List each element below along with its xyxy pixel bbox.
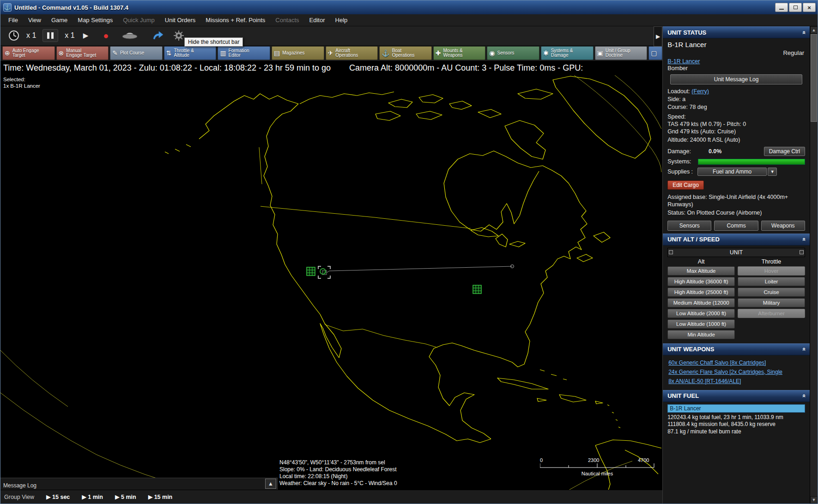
saucer-button[interactable] — [121, 31, 138, 40]
high-altitude-25000-button[interactable]: High Altitude (25000 ft) — [667, 288, 735, 297]
map-canvas[interactable] — [0, 75, 662, 490]
collapse-sidebar-button[interactable]: ▶ — [654, 26, 662, 47]
fuel-burn-line: 87.1 kg / minute fuel burn rate — [667, 428, 805, 436]
run-button[interactable]: ▶ — [81, 31, 89, 40]
scrollbar-thumb[interactable] — [811, 34, 817, 122]
menu-editor[interactable]: Editor — [304, 15, 330, 25]
low-altitude-2000-button[interactable]: Low Altitude (2000 ft) — [667, 309, 735, 318]
shortcut-aircraft-operations[interactable]: ✈Aircraft Operations — [326, 46, 378, 60]
menu-game[interactable]: Game — [46, 15, 73, 25]
unit-status-header[interactable]: UNIT STATUS « — [663, 26, 810, 38]
unit-group-doctrine-icon: ▣ — [597, 49, 603, 57]
maximize-icon — [794, 6, 798, 9]
min-altitude-button[interactable]: Min Altitude — [667, 330, 735, 339]
time-step-1min-button[interactable]: ▶1 min — [82, 493, 103, 500]
message-log-bar[interactable]: Message Log ▲ — [0, 478, 278, 490]
unit-weapons-panel: UNIT WEAPONS « 60x Generic Chaff Salvo [… — [663, 343, 810, 390]
loadout-link[interactable]: (Ferry) — [691, 88, 709, 95]
menu-file[interactable]: File — [3, 15, 23, 25]
speed-gnd: Gnd 479 kts (Auto: Cruise) — [667, 128, 805, 135]
fuel-total-line: 120243.4 kg total fuel, 23 hr 1 min, 110… — [667, 414, 805, 421]
saucer-icon — [121, 31, 138, 40]
sidebar-scrollbar[interactable]: ▲ ▼ — [810, 26, 818, 504]
throttle-column-header: Throttle — [738, 258, 805, 265]
time-step-15sec-button[interactable]: ▶15 sec — [46, 493, 70, 500]
settings-gear-button[interactable] — [173, 30, 184, 41]
weather-info: Weather: Clear sky - No rain - 5°C - Win… — [279, 480, 397, 487]
minimize-button[interactable] — [775, 3, 788, 12]
throttle-military-button[interactable]: Military — [738, 298, 805, 307]
weapon-link-chaff[interactable]: 60x Generic Chaff Salvo [8x Cartridges] — [668, 360, 805, 366]
unit-marker-airfield-2 — [473, 285, 481, 294]
shortcut-sensors[interactable]: ◉Sensors — [487, 46, 539, 60]
throttle-altitude-icon: ⇅ — [166, 49, 172, 57]
unit-scroll-left[interactable] — [669, 250, 673, 254]
supplies-select[interactable]: Fuel and Ammo — [697, 168, 767, 176]
shortcut-systems-damage[interactable]: ✱Systems & Damage — [541, 46, 594, 60]
menu-view[interactable]: View — [23, 15, 46, 25]
menu-missions-ref-points[interactable]: Missions + Ref. Points — [200, 15, 270, 25]
message-log-expand-button[interactable]: ▲ — [265, 479, 276, 489]
time-step-5min-button[interactable]: ▶5 min — [115, 493, 136, 500]
unit-status-text: Status: On Plotted Course (Airborne) — [667, 210, 805, 217]
fuel-selected-unit[interactable]: B-1R Lancer — [667, 404, 805, 413]
systems-health-bar — [698, 159, 805, 165]
scale-unit-label: Nautical miles — [540, 471, 654, 476]
unit-db-link[interactable]: B-1R Lancer — [667, 58, 700, 65]
weapon-link-ale50[interactable]: 8x AN/ALE-50 [RT-1646/ALE] — [668, 378, 805, 384]
menu-help[interactable]: Help — [330, 15, 353, 25]
time-step-15min-button[interactable]: ▶15 min — [148, 493, 173, 500]
shortcut-magazines[interactable]: ▤Magazines — [272, 46, 324, 60]
max-altitude-button[interactable]: Max Altitude — [667, 266, 735, 276]
edit-cargo-button[interactable]: Edit Cargo — [667, 180, 704, 190]
minimize-icon — [779, 9, 784, 10]
window-title: Untitled - Command v1.05 - Build 1307.4 — [14, 4, 775, 11]
shortcut-manual-engage-target[interactable]: ⊗Manual Engage Target — [56, 46, 109, 60]
hide-shortcut-bar-button[interactable] — [152, 30, 164, 41]
scroll-down-button[interactable]: ▼ — [810, 496, 818, 504]
menu-contacts: Contacts — [270, 15, 304, 25]
shortcut-plot-course[interactable]: ✎Plot Course — [110, 46, 163, 60]
high-altitude-36000-button[interactable]: High Altitude (36000 ft) — [667, 277, 735, 286]
arrow-down-icon: ▼ — [812, 498, 816, 502]
pause-button[interactable] — [42, 29, 58, 42]
low-altitude-1000-button[interactable]: Low Altitude (1000 ft) — [667, 319, 735, 329]
step-arrow-icon: ▶ — [148, 493, 153, 500]
selected-unit-name: 1x B-1R Lancer — [3, 83, 40, 89]
throttle-cruise-button[interactable]: Cruise — [738, 288, 805, 297]
shortcut-formation-editor[interactable]: ▥Formation Editor — [218, 46, 270, 60]
shortcut-boat-operations[interactable]: ⚓Boat Operations — [379, 46, 432, 60]
maximize-button[interactable] — [789, 3, 802, 12]
close-button[interactable]: × — [803, 3, 816, 12]
damage-label: Damage: — [667, 148, 691, 155]
scroll-up-button[interactable]: ▲ — [810, 26, 818, 34]
formation-editor-icon: ▥ — [220, 49, 226, 57]
unit-message-log-button[interactable]: Unit Message Log — [670, 74, 802, 84]
systems-label: Systems: — [667, 158, 691, 165]
shortcut-cropped-button[interactable]: ▢ — [648, 46, 662, 60]
comms-button[interactable]: Comms — [714, 221, 758, 231]
map-viewport[interactable]: Selected: 1x B-1R Lancer N48°43'50", W50… — [0, 75, 662, 490]
unit-scroll-right[interactable] — [800, 250, 804, 254]
bottom-bar: Group View ▶15 sec ▶1 min ▶5 min ▶15 min — [0, 490, 662, 504]
weapons-button[interactable]: Weapons — [761, 221, 805, 231]
supplies-dropdown-button[interactable]: ▼ — [768, 168, 777, 176]
unit-alt-speed-header[interactable]: UNIT ALT / SPEED « — [663, 234, 810, 246]
throttle-loiter-button[interactable]: Loiter — [738, 277, 805, 286]
damage-ctrl-button[interactable]: Damage Ctrl — [764, 147, 805, 156]
weapon-link-flare[interactable]: 24x Generic Flare Salvo [2x Cartridges, … — [668, 369, 805, 375]
menu-unit-orders[interactable]: Unit Orders — [160, 15, 200, 25]
unit-weapons-header[interactable]: UNIT WEAPONS « — [663, 343, 810, 355]
shortcut-unit-group-doctrine[interactable]: ▣Unit / Group Doctrine — [595, 46, 648, 60]
collapse-chevron-icon: « — [801, 238, 808, 241]
shortcut-auto-engage-target[interactable]: ⊕Auto Engage Target — [2, 46, 55, 60]
shortcut-mounts-weapons[interactable]: ✚Mounts & Weapons — [433, 46, 486, 60]
sensors-button[interactable]: Sensors — [667, 221, 711, 231]
record-button[interactable]: ● — [103, 31, 109, 40]
menu-map-settings[interactable]: Map Settings — [73, 15, 118, 25]
unit-fuel-header[interactable]: UNIT FUEL « — [663, 390, 810, 402]
medium-altitude-button[interactable]: Medium Altitude (12000 — [667, 298, 735, 307]
mounts-weapons-icon: ✚ — [436, 49, 441, 57]
shortcut-throttle-altitude[interactable]: ⇅Throttle & Altitude — [164, 46, 217, 60]
close-icon: × — [807, 4, 811, 11]
